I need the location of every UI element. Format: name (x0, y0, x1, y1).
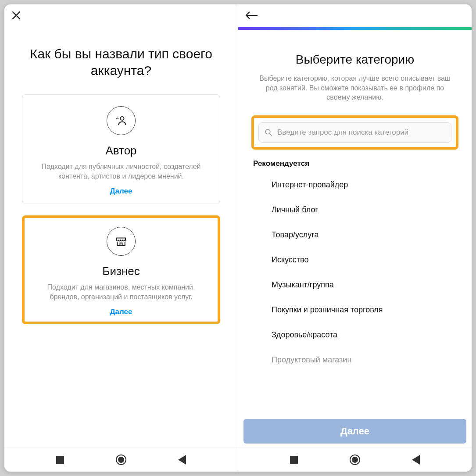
page-subtitle-right: Выберите категорию, которая лучше всего … (251, 74, 458, 102)
search-icon (264, 128, 273, 137)
author-icon (107, 106, 136, 135)
storefront-icon (107, 227, 136, 256)
category-item[interactable]: Продуктовый магазин (251, 347, 458, 372)
search-field[interactable] (258, 122, 451, 143)
category-item[interactable]: Покупки и розничная торговля (251, 297, 458, 322)
category-list[interactable]: Интернет-провайдер Личный блог Товар/усл… (251, 172, 458, 415)
card-author[interactable]: Автор Подходит для публичных личностей, … (22, 94, 220, 204)
nav-home-icon[interactable] (116, 455, 126, 465)
card-author-next-button[interactable]: Далее (31, 187, 211, 196)
svg-rect-3 (120, 243, 122, 246)
category-item[interactable]: Здоровье/красота (251, 322, 458, 347)
nav-recents-icon[interactable] (290, 456, 298, 464)
next-button[interactable]: Далее (243, 419, 466, 444)
panel-account-type: Как бы вы назвали тип своего аккаунта? А… (4, 4, 238, 472)
topbar-left (4, 4, 238, 28)
card-author-title: Автор (31, 144, 211, 157)
search-input[interactable] (277, 128, 446, 137)
svg-line-6 (270, 133, 272, 136)
android-navbar-left (4, 447, 238, 472)
search-highlight-box (251, 115, 458, 150)
svg-point-2 (121, 117, 124, 120)
card-business-desc: Подходит для магазинов, местных компаний… (31, 283, 211, 301)
category-item[interactable]: Интернет-провайдер (251, 172, 458, 197)
card-business-next-button[interactable]: Далее (31, 308, 211, 316)
close-icon[interactable] (11, 10, 22, 23)
android-navbar-right (238, 447, 472, 472)
category-item[interactable]: Искусство (251, 247, 458, 272)
nav-recents-icon[interactable] (56, 456, 64, 464)
page-title-left: Как бы вы назвали тип своего аккаунта? (22, 37, 220, 94)
category-item[interactable]: Товар/услуга (251, 222, 458, 247)
card-business[interactable]: Бизнес Подходит для магазинов, местных к… (22, 215, 220, 324)
recommended-label: Рекомендуется (251, 159, 458, 168)
nav-back-icon[interactable] (412, 455, 420, 465)
nav-home-icon[interactable] (350, 455, 360, 465)
category-item[interactable]: Музыкант/группа (251, 272, 458, 297)
svg-point-5 (265, 129, 270, 134)
topbar-right (238, 4, 472, 28)
card-author-desc: Подходит для публичных личностей, создат… (31, 162, 211, 181)
card-business-title: Бизнес (31, 265, 211, 278)
page-title-right: Выберите категорию (251, 53, 458, 67)
panel-select-category: Выберите категорию Выберите категорию, к… (238, 4, 472, 472)
nav-back-icon[interactable] (178, 455, 186, 465)
category-item[interactable]: Личный блог (251, 197, 458, 222)
back-arrow-icon[interactable] (244, 11, 259, 22)
